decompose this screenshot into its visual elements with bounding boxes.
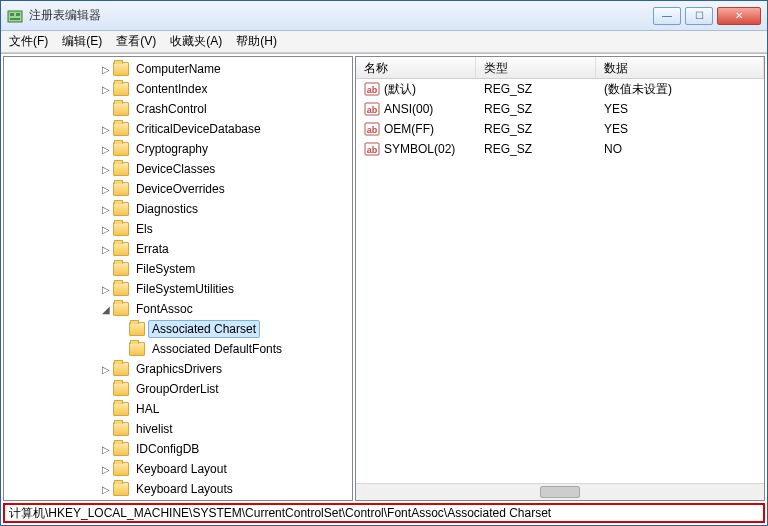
- tree-item[interactable]: FileSystem: [4, 259, 352, 279]
- folder-icon: [113, 102, 129, 116]
- tree-item[interactable]: ▷IDConfigDB: [4, 439, 352, 459]
- tree-item[interactable]: ▷DeviceClasses: [4, 159, 352, 179]
- tree-item[interactable]: ▷Els: [4, 219, 352, 239]
- folder-icon: [113, 202, 129, 216]
- menubar: 文件(F) 编辑(E) 查看(V) 收藏夹(A) 帮助(H): [1, 31, 767, 53]
- tree-item[interactable]: HAL: [4, 399, 352, 419]
- tree-item[interactable]: ▷FileSystemUtilities: [4, 279, 352, 299]
- header-type[interactable]: 类型: [476, 57, 596, 78]
- statusbar: 计算机\HKEY_LOCAL_MACHINE\SYSTEM\CurrentCon…: [3, 503, 765, 523]
- minimize-button[interactable]: —: [653, 7, 681, 25]
- tree-item[interactable]: Associated Charset: [4, 319, 352, 339]
- expand-icon[interactable]: ▷: [100, 224, 112, 235]
- value-data: YES: [596, 102, 764, 116]
- collapse-icon[interactable]: ◢: [100, 304, 112, 315]
- string-value-icon: ab: [364, 81, 380, 97]
- tree-item-label: Cryptography: [132, 140, 212, 158]
- app-icon: [7, 8, 23, 24]
- list-header: 名称 类型 数据: [356, 57, 764, 79]
- expand-icon[interactable]: ▷: [100, 184, 112, 195]
- value-row[interactable]: abSYMBOL(02)REG_SZNO: [356, 139, 764, 159]
- menu-help[interactable]: 帮助(H): [236, 33, 277, 50]
- folder-icon: [113, 222, 129, 236]
- tree-item-label: hivelist: [132, 420, 177, 438]
- svg-text:ab: ab: [367, 105, 378, 115]
- tree-item[interactable]: ▷Diagnostics: [4, 199, 352, 219]
- tree-item-label: HAL: [132, 400, 163, 418]
- tree-item[interactable]: CrashControl: [4, 99, 352, 119]
- value-type: REG_SZ: [476, 82, 596, 96]
- folder-icon: [113, 262, 129, 276]
- tree-item-label: Keyboard Layouts: [132, 480, 237, 498]
- expand-icon[interactable]: ▷: [100, 284, 112, 295]
- maximize-button[interactable]: ☐: [685, 7, 713, 25]
- tree-item[interactable]: ▷ComputerName: [4, 59, 352, 79]
- tree-item-label: CriticalDeviceDatabase: [132, 120, 265, 138]
- value-data: YES: [596, 122, 764, 136]
- tree-item[interactable]: Associated DefaultFonts: [4, 339, 352, 359]
- expand-icon[interactable]: ▷: [100, 124, 112, 135]
- value-type: REG_SZ: [476, 102, 596, 116]
- value-data: NO: [596, 142, 764, 156]
- menu-file[interactable]: 文件(F): [9, 33, 48, 50]
- expand-icon[interactable]: ▷: [100, 484, 112, 495]
- tree-item[interactable]: ▷CriticalDeviceDatabase: [4, 119, 352, 139]
- titlebar[interactable]: 注册表编辑器 — ☐ ✕: [1, 1, 767, 31]
- tree-item-label: DeviceClasses: [132, 160, 219, 178]
- expand-icon[interactable]: ▷: [100, 144, 112, 155]
- expand-icon[interactable]: ▷: [100, 64, 112, 75]
- tree-item[interactable]: ▷Cryptography: [4, 139, 352, 159]
- header-data[interactable]: 数据: [596, 57, 764, 78]
- menu-favorites[interactable]: 收藏夹(A): [170, 33, 222, 50]
- value-name-cell: ab(默认): [356, 81, 476, 98]
- tree-item[interactable]: GroupOrderList: [4, 379, 352, 399]
- expand-icon[interactable]: ▷: [100, 464, 112, 475]
- menu-edit[interactable]: 编辑(E): [62, 33, 102, 50]
- tree-item[interactable]: ▷ContentIndex: [4, 79, 352, 99]
- scroll-thumb[interactable]: [540, 486, 580, 498]
- value-row[interactable]: abANSI(00)REG_SZYES: [356, 99, 764, 119]
- tree-pane[interactable]: ▷ComputerName▷ContentIndexCrashControl▷C…: [3, 56, 353, 501]
- tree-item-label: Keyboard Layout: [132, 460, 231, 478]
- tree-item-label: GroupOrderList: [132, 380, 223, 398]
- folder-icon: [113, 122, 129, 136]
- tree-item[interactable]: ▷DeviceOverrides: [4, 179, 352, 199]
- folder-icon: [113, 442, 129, 456]
- window-title: 注册表编辑器: [29, 7, 653, 24]
- svg-text:ab: ab: [367, 85, 378, 95]
- tree-item-label: FontAssoc: [132, 300, 197, 318]
- svg-rect-1: [10, 13, 14, 16]
- tree-item-label: FileSystem: [132, 260, 199, 278]
- folder-icon: [113, 422, 129, 436]
- tree-item[interactable]: ◢FontAssoc: [4, 299, 352, 319]
- close-button[interactable]: ✕: [717, 7, 761, 25]
- expand-icon[interactable]: ▷: [100, 364, 112, 375]
- tree-item[interactable]: ▷Keyboard Layout: [4, 459, 352, 479]
- value-row[interactable]: ab(默认)REG_SZ(数值未设置): [356, 79, 764, 99]
- value-row[interactable]: abOEM(FF)REG_SZYES: [356, 119, 764, 139]
- status-path: 计算机\HKEY_LOCAL_MACHINE\SYSTEM\CurrentCon…: [9, 505, 551, 522]
- tree-item-label: ContentIndex: [132, 80, 211, 98]
- expand-icon[interactable]: ▷: [100, 84, 112, 95]
- expand-icon[interactable]: ▷: [100, 204, 112, 215]
- menu-view[interactable]: 查看(V): [116, 33, 156, 50]
- tree-item[interactable]: ▷GraphicsDrivers: [4, 359, 352, 379]
- folder-icon: [113, 182, 129, 196]
- horizontal-scrollbar[interactable]: [356, 483, 764, 500]
- header-name[interactable]: 名称: [356, 57, 476, 78]
- value-name-cell: abOEM(FF): [356, 121, 476, 137]
- expand-icon[interactable]: ▷: [100, 244, 112, 255]
- value-name: (默认): [384, 81, 416, 98]
- list-body[interactable]: ab(默认)REG_SZ(数值未设置)abANSI(00)REG_SZYESab…: [356, 79, 764, 483]
- string-value-icon: ab: [364, 101, 380, 117]
- value-name: OEM(FF): [384, 122, 434, 136]
- expand-icon[interactable]: ▷: [100, 444, 112, 455]
- folder-icon: [113, 142, 129, 156]
- tree-item[interactable]: ▷Errata: [4, 239, 352, 259]
- tree-item[interactable]: hivelist: [4, 419, 352, 439]
- expand-icon[interactable]: ▷: [100, 164, 112, 175]
- tree-item-label: ComputerName: [132, 60, 225, 78]
- folder-icon: [129, 342, 145, 356]
- tree-item[interactable]: ▷Keyboard Layouts: [4, 479, 352, 499]
- value-name: SYMBOL(02): [384, 142, 455, 156]
